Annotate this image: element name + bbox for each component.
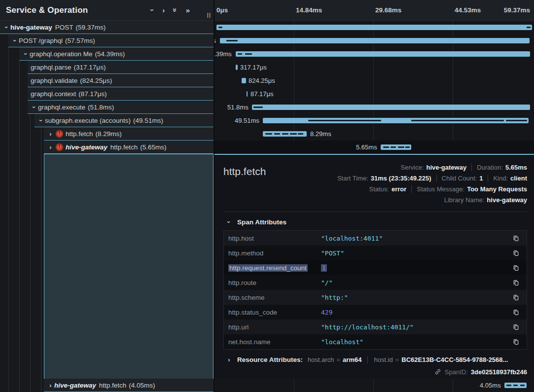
child-span-marker bbox=[298, 133, 303, 135]
span-tree-row-content: ›!hive-gatewayhttp.fetch(5.65ms) bbox=[44, 141, 214, 154]
span-duration-label: (49.51ms) bbox=[133, 117, 163, 124]
timeline-tick-label: 14.84ms bbox=[296, 6, 322, 14]
timeline-row[interactable]: 824.25μs bbox=[214, 74, 534, 87]
span-duration-bar[interactable] bbox=[242, 78, 246, 83]
timeline-row[interactable]: 54.39ms bbox=[214, 47, 534, 61]
timeline-row[interactable]: 317.17μs bbox=[214, 61, 534, 74]
attribute-row[interactable]: http.status_code429 bbox=[224, 305, 527, 320]
timeline-row[interactable]: 8.29ms bbox=[214, 127, 534, 141]
copy-value-button[interactable] bbox=[511, 263, 521, 273]
attribute-row[interactable]: http.route"/" bbox=[224, 275, 527, 290]
span-duration-label: (4.05ms) bbox=[129, 382, 155, 389]
copy-value-button[interactable] bbox=[511, 278, 521, 287]
attribute-key-text: http.status_code bbox=[228, 309, 277, 316]
span-duration-bar[interactable] bbox=[236, 51, 530, 57]
chevron-down-icon[interactable]: › bbox=[12, 37, 18, 44]
timeline-row[interactable]: 51.8ms bbox=[214, 101, 534, 114]
span-tree-row[interactable]: ›graphql.execute(51.8ms) bbox=[0, 101, 214, 114]
collapse-one-icon[interactable]: › bbox=[149, 9, 156, 11]
attribute-key-text: http.route bbox=[228, 279, 256, 286]
chevron-right-icon[interactable]: › bbox=[47, 382, 54, 389]
chevron-right-icon[interactable]: › bbox=[47, 144, 54, 150]
span-tree-row[interactable]: ›POST /graphql(57.57ms) bbox=[0, 34, 214, 47]
span-tree-row-content: graphql.context(87.17μs) bbox=[28, 87, 214, 101]
span-tree-row[interactable]: ›!http.fetch(8.29ms) bbox=[0, 127, 214, 141]
child-span-marker bbox=[405, 146, 410, 148]
span-operation-name: graphql.operation Me bbox=[30, 50, 93, 58]
copy-value-button[interactable] bbox=[511, 234, 521, 243]
meta-value: 31ms (23:35:49.225) bbox=[371, 175, 431, 182]
resource-separator bbox=[367, 356, 368, 363]
span-tree-row[interactable]: ›hive-gatewayPOST(59.37ms) bbox=[0, 21, 214, 34]
span-id-label: SpanID: bbox=[445, 368, 468, 376]
timeline-bottom-row: 4.05ms bbox=[214, 379, 534, 392]
timeline-tick-label: 59.37ms bbox=[504, 6, 530, 14]
meta-label: Kind: bbox=[493, 175, 508, 182]
span-attributes-header[interactable]: › Span Attributes bbox=[225, 218, 527, 226]
meta-value: Too Many Requests bbox=[467, 185, 527, 193]
span-operation-name: graphql.validate bbox=[31, 77, 77, 84]
meta-line: Library Name:hive-gateway bbox=[444, 194, 527, 205]
chevron-down-icon[interactable]: › bbox=[31, 104, 37, 111]
attribute-row[interactable]: http.request.resend_count1 bbox=[224, 260, 527, 275]
bar-duration-label: 87.17μs bbox=[250, 90, 274, 98]
meta-separator bbox=[471, 164, 472, 171]
timeline-row[interactable] bbox=[214, 21, 534, 34]
timeline-row[interactable]: 87.17μs bbox=[214, 87, 534, 101]
attribute-value: "http://localhost:4011/" bbox=[321, 323, 511, 331]
chevron-down-icon[interactable]: › bbox=[38, 117, 44, 124]
span-tree-row[interactable]: graphql.parse(317.17μs) bbox=[0, 61, 214, 74]
meta-label: Child Count: bbox=[442, 175, 477, 182]
child-span-marker bbox=[398, 146, 404, 148]
collapse-all-icon[interactable]: » bbox=[172, 8, 179, 12]
attribute-value: 1 bbox=[321, 264, 511, 272]
span-duration-bar[interactable] bbox=[252, 105, 530, 110]
span-operation-name: http.fetch bbox=[66, 130, 93, 138]
span-tree-row[interactable]: ›subgraph.execute (accounts)(49.51ms) bbox=[0, 114, 214, 127]
expand-one-icon[interactable]: › bbox=[162, 6, 165, 14]
chevron-down-icon[interactable]: › bbox=[23, 50, 29, 58]
timeline-row[interactable]: 4.05ms bbox=[214, 379, 534, 392]
copy-value-button[interactable] bbox=[511, 293, 521, 302]
span-duration-bar[interactable] bbox=[236, 65, 238, 70]
attribute-row[interactable]: net.host.name"localhost" bbox=[224, 334, 527, 349]
copy-value-button[interactable] bbox=[511, 322, 521, 332]
copy-value-button[interactable] bbox=[511, 249, 521, 258]
child-span-marker bbox=[527, 27, 531, 28]
copy-value-button[interactable] bbox=[511, 308, 521, 317]
span-tree-row[interactable]: ›hive-gatewayhttp.fetch(4.05ms) bbox=[0, 379, 214, 392]
expand-all-icon[interactable]: » bbox=[186, 6, 190, 14]
span-tree-row[interactable]: ›graphql.operation Me(54.39ms) bbox=[0, 47, 214, 61]
meta-value: error bbox=[392, 185, 406, 193]
span-operation-name: graphql.execute bbox=[38, 104, 85, 111]
span-duration-bar[interactable] bbox=[220, 38, 530, 43]
attribute-value-text: "localhost" bbox=[321, 338, 363, 346]
span-duration-bar[interactable] bbox=[216, 25, 532, 30]
attribute-row[interactable]: http.method"POST" bbox=[224, 246, 527, 260]
timeline-row[interactable]: 57.57ms bbox=[214, 34, 534, 47]
attribute-key: http.host bbox=[228, 235, 321, 242]
chevron-right-icon[interactable]: › bbox=[225, 356, 233, 363]
timeline-row[interactable]: 49.51ms bbox=[214, 114, 534, 127]
attribute-row[interactable]: http.scheme"http:" bbox=[224, 290, 527, 305]
timeline-row[interactable]: 5.65ms bbox=[214, 141, 534, 154]
span-operation-name: subgraph.execute (accounts) bbox=[45, 117, 131, 124]
span-tree-row[interactable]: ›!hive-gatewayhttp.fetch(5.65ms) bbox=[0, 141, 214, 154]
span-operation-name: graphql.parse bbox=[31, 64, 71, 71]
span-duration-label: (317.17μs) bbox=[74, 64, 106, 71]
chevron-right-icon[interactable]: › bbox=[47, 131, 54, 137]
attribute-key-text: http.url bbox=[228, 323, 249, 331]
span-tree-row[interactable]: graphql.context(87.17μs) bbox=[0, 87, 214, 101]
chevron-down-icon[interactable]: › bbox=[3, 24, 10, 31]
resource-attributes-row[interactable]: ›Resource Attributes:host.arch=arm64host… bbox=[225, 356, 527, 363]
panel-resize-handle[interactable]: || bbox=[207, 12, 211, 18]
link-icon[interactable] bbox=[434, 368, 442, 376]
copy-value-button[interactable] bbox=[511, 337, 521, 347]
span-tree-row[interactable]: graphql.validate(824.25μs) bbox=[0, 74, 214, 87]
attribute-row[interactable]: http.host"localhost:4011" bbox=[224, 231, 527, 246]
chevron-down-icon: › bbox=[226, 218, 232, 226]
attribute-row[interactable]: http.url"http://localhost:4011/" bbox=[224, 320, 527, 334]
span-meta: Service:hive-gatewayDuration:5.65msStart… bbox=[337, 162, 527, 205]
trace-viewer: Service & Operation ››»» || ›hive-gatewa… bbox=[0, 0, 534, 392]
span-duration-bar[interactable] bbox=[247, 91, 248, 97]
